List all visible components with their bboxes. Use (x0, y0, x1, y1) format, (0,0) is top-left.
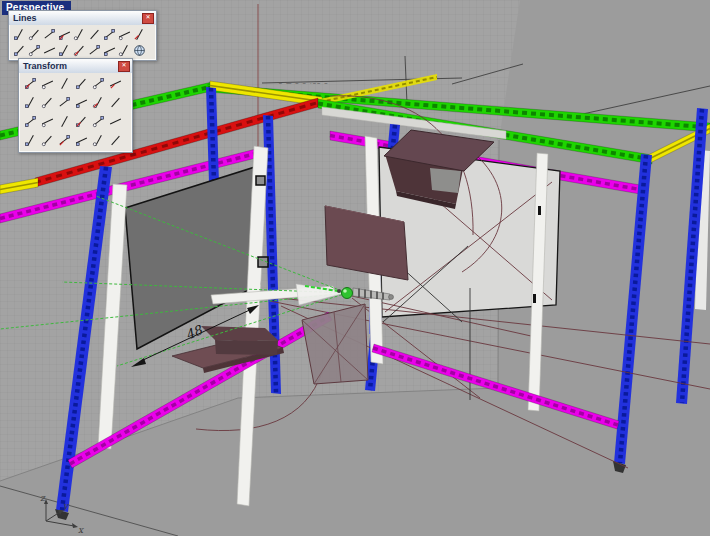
ripple-icon[interactable] (73, 131, 90, 150)
twist-icon[interactable] (90, 112, 107, 131)
shear-icon[interactable] (39, 93, 56, 112)
lines-toolbar-title: Lines (13, 13, 37, 23)
closed-polyline-icon[interactable] (117, 42, 132, 58)
lines-toolbar-titlebar[interactable]: Lines ✕ (9, 11, 156, 25)
taper-solid-icon[interactable] (22, 131, 39, 150)
circle-tangent-line-icon[interactable] (57, 26, 72, 42)
midpoint-line-icon[interactable] (42, 42, 57, 58)
close-icon[interactable]: ✕ (118, 61, 130, 72)
close-icon[interactable]: ✕ (142, 13, 154, 24)
scale-2d-icon[interactable] (56, 93, 73, 112)
orient-on-surface-icon[interactable] (90, 93, 107, 112)
tiny-dimension-marks: – — – – ·–– – (279, 80, 329, 86)
copy-array-icon[interactable] (56, 74, 73, 93)
short-line-icon[interactable] (27, 42, 42, 58)
slant-icon[interactable] (56, 131, 73, 150)
polyline-icon[interactable] (27, 26, 42, 42)
transform-toolbar-title: Transform (23, 61, 67, 71)
array-rectangular-icon[interactable] (107, 93, 124, 112)
rotate-3d-icon[interactable] (107, 131, 124, 150)
orient-solid-icon[interactable] (90, 74, 107, 93)
array-polar-icon[interactable] (22, 112, 39, 131)
viewport-perspective[interactable]: – — – – ·–– – (0, 0, 710, 536)
transform-toolbar[interactable]: Transform ✕ (18, 58, 133, 153)
gumball-sphere (342, 288, 353, 299)
rotate-icon[interactable] (39, 74, 56, 93)
arc-dashed-icon[interactable] (102, 42, 117, 58)
bend-icon[interactable] (107, 112, 124, 131)
taper-icon[interactable] (73, 112, 90, 131)
line-segments-icon[interactable] (42, 26, 57, 42)
mirror-icon[interactable] (107, 74, 124, 93)
flow-along-curve-icon[interactable] (39, 112, 56, 131)
scale-icon[interactable] (22, 93, 39, 112)
perpendicular-line-icon[interactable] (72, 26, 87, 42)
maelstrom-icon[interactable] (90, 131, 107, 150)
shear-solid-icon[interactable] (39, 131, 56, 150)
curve-blend-icon[interactable] (87, 42, 102, 58)
normal-line-icon[interactable] (72, 42, 87, 58)
bisector-line-icon[interactable] (117, 26, 132, 42)
tangent-line-icon[interactable] (12, 42, 27, 58)
mirror-copy-icon[interactable] (73, 74, 90, 93)
sphere-lines-icon[interactable] (132, 42, 147, 58)
project-icon[interactable] (73, 93, 90, 112)
transform-toolbar-titlebar[interactable]: Transform ✕ (19, 59, 132, 73)
move-icon[interactable] (22, 74, 39, 93)
array-along-curve-icon[interactable] (56, 112, 73, 131)
lines-toolbar[interactable]: Lines ✕ (8, 10, 157, 61)
vertical-line-icon[interactable] (57, 42, 72, 58)
multiple-lines-icon[interactable] (132, 26, 147, 42)
angled-line-icon[interactable] (102, 26, 117, 42)
line-through-points-icon[interactable] (87, 26, 102, 42)
line-icon[interactable] (12, 26, 27, 42)
